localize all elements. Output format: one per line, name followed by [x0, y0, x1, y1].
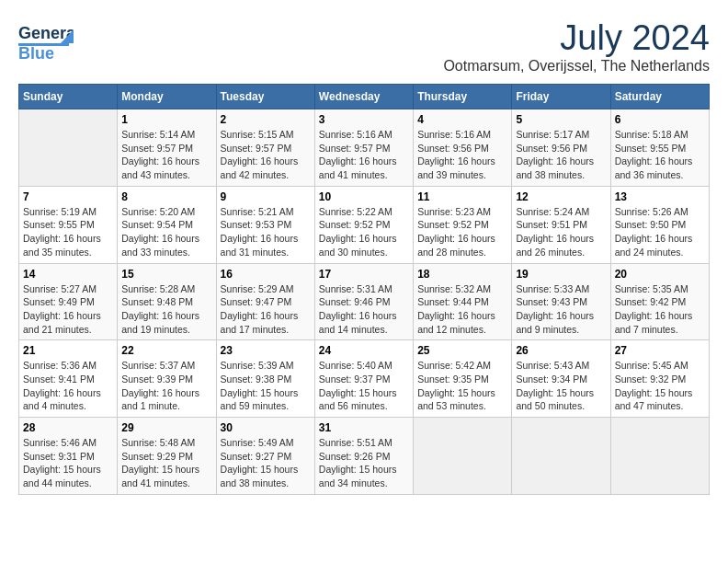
day-number: 1	[121, 113, 211, 126]
calendar-cell: 4Sunrise: 5:16 AM Sunset: 9:56 PM Daylig…	[414, 109, 512, 187]
col-sunday: Sunday	[19, 85, 118, 109]
calendar-cell	[414, 418, 512, 495]
day-number: 8	[121, 190, 211, 203]
day-info: Sunrise: 5:16 AM Sunset: 9:56 PM Dayligh…	[417, 128, 507, 182]
calendar-cell: 19Sunrise: 5:33 AM Sunset: 9:43 PM Dayli…	[512, 263, 610, 340]
col-thursday: Thursday	[414, 85, 512, 109]
logo: General Blue	[18, 18, 74, 64]
calendar-cell: 14Sunrise: 5:27 AM Sunset: 9:49 PM Dayli…	[19, 263, 118, 340]
day-info: Sunrise: 5:14 AM Sunset: 9:57 PM Dayligh…	[121, 128, 211, 182]
calendar-cell: 5Sunrise: 5:17 AM Sunset: 9:56 PM Daylig…	[512, 109, 610, 187]
day-info: Sunrise: 5:46 AM Sunset: 9:31 PM Dayligh…	[23, 436, 113, 490]
day-info: Sunrise: 5:17 AM Sunset: 9:56 PM Dayligh…	[516, 128, 606, 182]
calendar-cell: 3Sunrise: 5:16 AM Sunset: 9:57 PM Daylig…	[314, 109, 413, 187]
calendar-cell: 25Sunrise: 5:42 AM Sunset: 9:35 PM Dayli…	[414, 340, 512, 418]
calendar-cell: 28Sunrise: 5:46 AM Sunset: 9:31 PM Dayli…	[19, 418, 118, 495]
calendar-cell	[610, 418, 709, 495]
day-info: Sunrise: 5:48 AM Sunset: 9:29 PM Dayligh…	[121, 436, 211, 490]
calendar-week-2: 7Sunrise: 5:19 AM Sunset: 9:55 PM Daylig…	[19, 186, 710, 263]
day-number: 5	[516, 113, 606, 126]
day-info: Sunrise: 5:33 AM Sunset: 9:43 PM Dayligh…	[516, 282, 606, 337]
calendar-cell: 30Sunrise: 5:49 AM Sunset: 9:27 PM Dayli…	[216, 418, 314, 495]
calendar-week-5: 28Sunrise: 5:46 AM Sunset: 9:31 PM Dayli…	[19, 418, 710, 495]
day-info: Sunrise: 5:24 AM Sunset: 9:51 PM Dayligh…	[516, 205, 606, 259]
day-info: Sunrise: 5:31 AM Sunset: 9:46 PM Dayligh…	[319, 282, 409, 337]
day-number: 14	[23, 268, 113, 281]
day-info: Sunrise: 5:39 AM Sunset: 9:38 PM Dayligh…	[221, 359, 311, 413]
day-number: 25	[417, 344, 507, 357]
day-number: 4	[417, 113, 507, 126]
day-info: Sunrise: 5:20 AM Sunset: 9:54 PM Dayligh…	[121, 205, 211, 259]
calendar-cell: 24Sunrise: 5:40 AM Sunset: 9:37 PM Dayli…	[314, 340, 413, 418]
calendar-cell: 16Sunrise: 5:29 AM Sunset: 9:47 PM Dayli…	[216, 263, 314, 340]
header: General Blue July 2024 Ootmarsum, Overij…	[18, 18, 710, 75]
col-monday: Monday	[118, 85, 216, 109]
day-number: 23	[221, 344, 311, 357]
day-info: Sunrise: 5:49 AM Sunset: 9:27 PM Dayligh…	[221, 436, 311, 490]
calendar-cell: 6Sunrise: 5:18 AM Sunset: 9:55 PM Daylig…	[610, 109, 709, 187]
title-area: July 2024 Ootmarsum, Overijssel, The Net…	[443, 18, 710, 75]
day-info: Sunrise: 5:36 AM Sunset: 9:41 PM Dayligh…	[23, 359, 113, 413]
day-number: 27	[615, 344, 705, 357]
day-info: Sunrise: 5:43 AM Sunset: 9:34 PM Dayligh…	[516, 359, 606, 413]
day-number: 17	[319, 268, 409, 281]
day-number: 31	[319, 421, 409, 434]
calendar-cell: 17Sunrise: 5:31 AM Sunset: 9:46 PM Dayli…	[314, 263, 413, 340]
day-info: Sunrise: 5:45 AM Sunset: 9:32 PM Dayligh…	[615, 359, 705, 413]
day-info: Sunrise: 5:22 AM Sunset: 9:52 PM Dayligh…	[319, 205, 409, 259]
col-saturday: Saturday	[610, 85, 709, 109]
col-wednesday: Wednesday	[314, 85, 413, 109]
day-number: 19	[516, 268, 606, 281]
day-number: 7	[23, 190, 113, 203]
day-info: Sunrise: 5:29 AM Sunset: 9:47 PM Dayligh…	[221, 282, 311, 337]
calendar-cell: 1Sunrise: 5:14 AM Sunset: 9:57 PM Daylig…	[118, 109, 216, 187]
day-number: 24	[319, 344, 409, 357]
day-info: Sunrise: 5:40 AM Sunset: 9:37 PM Dayligh…	[319, 359, 409, 413]
day-number: 9	[221, 190, 311, 203]
calendar-cell: 18Sunrise: 5:32 AM Sunset: 9:44 PM Dayli…	[414, 263, 512, 340]
day-info: Sunrise: 5:18 AM Sunset: 9:55 PM Dayligh…	[615, 128, 705, 182]
day-number: 12	[516, 190, 606, 203]
calendar-cell: 11Sunrise: 5:23 AM Sunset: 9:52 PM Dayli…	[414, 186, 512, 263]
calendar-cell: 21Sunrise: 5:36 AM Sunset: 9:41 PM Dayli…	[19, 340, 118, 418]
calendar-cell: 2Sunrise: 5:15 AM Sunset: 9:57 PM Daylig…	[216, 109, 314, 187]
day-number: 28	[23, 421, 113, 434]
calendar-cell: 20Sunrise: 5:35 AM Sunset: 9:42 PM Dayli…	[610, 263, 709, 340]
day-info: Sunrise: 5:51 AM Sunset: 9:26 PM Dayligh…	[319, 436, 409, 490]
col-tuesday: Tuesday	[216, 85, 314, 109]
calendar-week-3: 14Sunrise: 5:27 AM Sunset: 9:49 PM Dayli…	[19, 263, 710, 340]
day-number: 3	[319, 113, 409, 126]
day-info: Sunrise: 5:32 AM Sunset: 9:44 PM Dayligh…	[417, 282, 507, 337]
column-headers: Sunday Monday Tuesday Wednesday Thursday…	[19, 85, 710, 109]
day-number: 22	[121, 344, 211, 357]
calendar-cell: 10Sunrise: 5:22 AM Sunset: 9:52 PM Dayli…	[314, 186, 413, 263]
calendar-cell	[19, 109, 118, 187]
day-number: 6	[615, 113, 705, 126]
day-number: 2	[221, 113, 311, 126]
day-number: 20	[615, 268, 705, 281]
calendar-cell	[512, 418, 610, 495]
day-number: 26	[516, 344, 606, 357]
day-number: 11	[417, 190, 507, 203]
calendar-cell: 27Sunrise: 5:45 AM Sunset: 9:32 PM Dayli…	[610, 340, 709, 418]
day-number: 21	[23, 344, 113, 357]
calendar-cell: 8Sunrise: 5:20 AM Sunset: 9:54 PM Daylig…	[118, 186, 216, 263]
day-number: 15	[121, 268, 211, 281]
calendar-week-4: 21Sunrise: 5:36 AM Sunset: 9:41 PM Dayli…	[19, 340, 710, 418]
day-info: Sunrise: 5:16 AM Sunset: 9:57 PM Dayligh…	[319, 128, 409, 182]
day-number: 18	[417, 268, 507, 281]
calendar-cell: 29Sunrise: 5:48 AM Sunset: 9:29 PM Dayli…	[118, 418, 216, 495]
day-info: Sunrise: 5:27 AM Sunset: 9:49 PM Dayligh…	[23, 282, 113, 337]
day-number: 10	[319, 190, 409, 203]
col-friday: Friday	[512, 85, 610, 109]
day-info: Sunrise: 5:21 AM Sunset: 9:53 PM Dayligh…	[221, 205, 311, 259]
month-year: July 2024	[443, 18, 710, 58]
day-number: 29	[121, 421, 211, 434]
calendar-cell: 22Sunrise: 5:37 AM Sunset: 9:39 PM Dayli…	[118, 340, 216, 418]
calendar-table: Sunday Monday Tuesday Wednesday Thursday…	[18, 84, 710, 495]
calendar-cell: 9Sunrise: 5:21 AM Sunset: 9:53 PM Daylig…	[216, 186, 314, 263]
day-info: Sunrise: 5:26 AM Sunset: 9:50 PM Dayligh…	[615, 205, 705, 259]
calendar-cell: 31Sunrise: 5:51 AM Sunset: 9:26 PM Dayli…	[314, 418, 413, 495]
calendar-cell: 7Sunrise: 5:19 AM Sunset: 9:55 PM Daylig…	[19, 186, 118, 263]
day-number: 16	[221, 268, 311, 281]
